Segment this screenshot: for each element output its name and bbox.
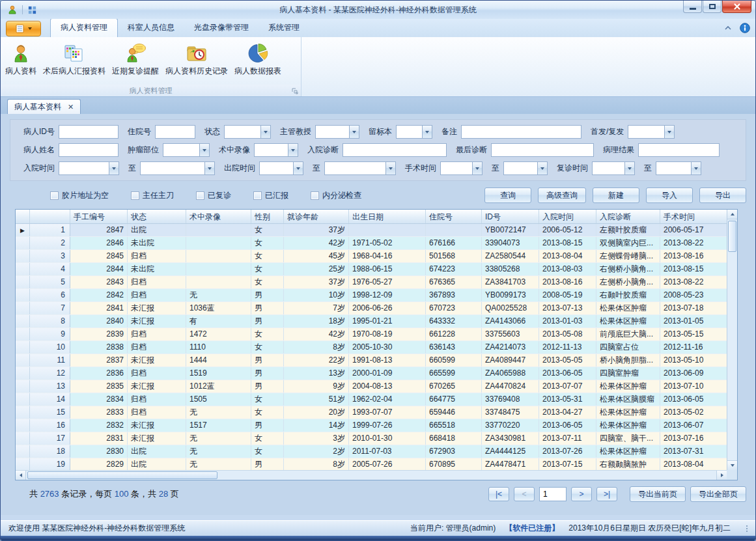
combo-drop-button[interactable]: [624, 161, 635, 175]
software-registered-link[interactable]: 【软件已注册】: [505, 523, 559, 534]
combo-drop-button[interactable]: [204, 161, 215, 175]
next-page-button[interactable]: >: [571, 487, 592, 501]
discharge-date-from-combo[interactable]: [259, 161, 303, 175]
revisit-reminder-button[interactable]: 近期复诊提醒: [109, 40, 162, 83]
last-page-button[interactable]: >|: [596, 487, 617, 501]
ribbon-tab-1[interactable]: 病人资料管理: [50, 18, 118, 38]
admit-date-from-combo[interactable]: [59, 161, 119, 175]
surgery-date-from-combo[interactable]: [440, 161, 483, 175]
tumor-site-combo[interactable]: [163, 143, 210, 157]
first-recur-combo[interactable]: [628, 125, 675, 139]
tab-patient-basic-info[interactable]: 病人基本资料 ✕: [7, 99, 81, 114]
film-address-empty-checkbox[interactable]: 胶片地址为空: [50, 190, 109, 201]
table-row[interactable]: 102838归档1110女8岁2005-10-30636143ZA4214073…: [16, 341, 728, 354]
column-header-admit-date[interactable]: 入院时间: [539, 210, 596, 223]
import-button[interactable]: 导入: [646, 187, 693, 203]
surgery-date-to-combo[interactable]: [503, 161, 548, 175]
column-header-admit-diagnosis[interactable]: 入院诊断: [596, 210, 660, 223]
specimen-combo[interactable]: [396, 125, 432, 139]
postop-report-button[interactable]: 术后病人汇报资料: [40, 40, 109, 83]
revisit-date-to-combo[interactable]: [656, 161, 701, 175]
column-header-surgery-video[interactable]: 术中录像: [186, 210, 251, 223]
new-button[interactable]: 新建: [593, 187, 639, 203]
combo-drop-button[interactable]: [349, 125, 359, 139]
patient-report-button[interactable]: 病人数据报表: [231, 40, 285, 83]
table-row[interactable]: 112837未汇报1444男22岁1991-08-13660599ZA40894…: [16, 354, 728, 367]
combo-drop-button[interactable]: [293, 161, 303, 175]
table-row[interactable]: 132835未汇报1012蓝男9岁2004-08-13670265ZA44708…: [16, 380, 728, 393]
horizontal-scrollbar[interactable]: [16, 470, 727, 480]
patient-data-button[interactable]: 病人资料: [2, 40, 40, 83]
table-row[interactable]: 82840未汇报有男18岁1995-01-21643332ZA414306620…: [16, 315, 728, 328]
admit-date-to-combo[interactable]: [140, 161, 215, 175]
revisit-date-from-combo[interactable]: [592, 161, 635, 175]
surgery-video-combo[interactable]: [254, 143, 298, 157]
pathology-result-input[interactable]: [638, 143, 720, 157]
vertical-scroll-thumb[interactable]: [728, 221, 736, 252]
column-header-visit-age[interactable]: 就诊年龄: [284, 210, 349, 223]
table-row[interactable]: 182830出院无女2岁2011-07-03672903ZA4444125201…: [16, 445, 728, 458]
export-current-page-button[interactable]: 导出当前页: [630, 486, 686, 502]
column-header-manual-no[interactable]: 手工编号: [70, 210, 128, 223]
table-row[interactable]: 122836归档1519男13岁2000-01-09665599ZA406598…: [16, 367, 728, 380]
combo-drop-button[interactable]: [385, 161, 396, 175]
final-diagnosis-input[interactable]: [491, 143, 594, 157]
scroll-down-button[interactable]: [727, 460, 737, 470]
column-header-status[interactable]: 状态: [128, 210, 186, 223]
combo-drop-button[interactable]: [109, 161, 119, 175]
table-row[interactable]: 62842归档无男10岁1998-12-09367893YB0099173200…: [16, 289, 728, 302]
revisited-checkbox[interactable]: 已复诊: [196, 190, 231, 201]
scroll-right-button[interactable]: [716, 471, 727, 480]
table-row[interactable]: 22846未出院女42岁1971-05-02676166339040732013…: [16, 237, 728, 250]
column-header-ward-no[interactable]: 住院号: [426, 210, 482, 223]
combo-drop-button[interactable]: [260, 125, 271, 139]
table-row[interactable]: 192829出院无男8岁2005-07-26670895ZA4478471201…: [16, 458, 728, 471]
discharge-date-to-combo[interactable]: [324, 161, 396, 175]
table-row[interactable]: 172831未汇报无女3岁2010-01-30668418ZA343098120…: [16, 432, 728, 445]
ribbon-tab-4[interactable]: 系统管理: [259, 19, 309, 37]
patient-history-button[interactable]: 病人资料历史记录: [162, 40, 231, 83]
column-header-birth-date[interactable]: 出生日期: [349, 210, 426, 223]
table-row[interactable]: 152833归档无女20岁1993-07-0765944633748475201…: [16, 406, 728, 419]
vertical-scroll-track[interactable]: [727, 253, 737, 460]
combo-drop-button[interactable]: [288, 143, 298, 157]
first-page-button[interactable]: |<: [488, 487, 509, 501]
export-all-pages-button[interactable]: 导出全部页: [690, 486, 746, 502]
chief-surgeon-checkbox[interactable]: 主任主刀: [131, 190, 174, 201]
admit-diagnosis-input[interactable]: [343, 143, 447, 157]
ward-no-input[interactable]: [155, 125, 195, 139]
info-icon[interactable]: [740, 23, 750, 33]
table-row[interactable]: 72841未汇报1036蓝男7岁2006-06-26670723QA002552…: [16, 302, 728, 315]
export-button[interactable]: 导出: [699, 187, 746, 203]
column-header-row-marker[interactable]: [16, 210, 30, 223]
horizontal-scroll-thumb[interactable]: [27, 471, 217, 479]
table-row[interactable]: 52843归档女37岁1976-05-27676365ZA38417032013…: [16, 276, 728, 289]
scroll-left-button[interactable]: [16, 471, 26, 480]
query-button[interactable]: 查询: [484, 187, 531, 203]
remark-input[interactable]: [461, 125, 581, 139]
column-header-row-number[interactable]: [30, 210, 70, 223]
dialog-launcher-icon[interactable]: [292, 88, 298, 94]
advanced-query-button[interactable]: 高级查询: [538, 187, 586, 203]
app-menu-button[interactable]: [6, 21, 41, 36]
window-layout-icon[interactable]: [27, 5, 37, 15]
scroll-up-button[interactable]: [727, 210, 737, 219]
professor-combo[interactable]: [315, 125, 359, 139]
column-header-surgery-date[interactable]: 手术时间: [660, 210, 728, 223]
table-row[interactable]: 32845归档女45岁1968-04-16501568ZA25805442013…: [16, 250, 728, 263]
collapse-ribbon-icon[interactable]: [724, 25, 732, 31]
combo-drop-button[interactable]: [691, 161, 701, 175]
tab-close-icon[interactable]: ✕: [68, 104, 74, 111]
combo-drop-button[interactable]: [472, 161, 483, 175]
table-row[interactable]: 42844未出院女25岁1988-06-15674223338052682013…: [16, 263, 728, 276]
reported-checkbox[interactable]: 已汇报: [253, 190, 288, 201]
maximize-button[interactable]: [703, 1, 721, 13]
page-input[interactable]: [539, 487, 567, 501]
prev-page-button[interactable]: <: [514, 487, 535, 501]
combo-drop-button[interactable]: [199, 143, 210, 157]
ribbon-tab-2[interactable]: 科室人员信息: [118, 19, 184, 37]
table-row[interactable]: 142834归档1505女51岁1962-02-0466477533769408…: [16, 393, 728, 406]
ribbon-tab-3[interactable]: 光盘录像带管理: [184, 19, 259, 37]
column-header-id-no[interactable]: ID号: [482, 210, 539, 223]
status-combo[interactable]: [224, 125, 271, 139]
